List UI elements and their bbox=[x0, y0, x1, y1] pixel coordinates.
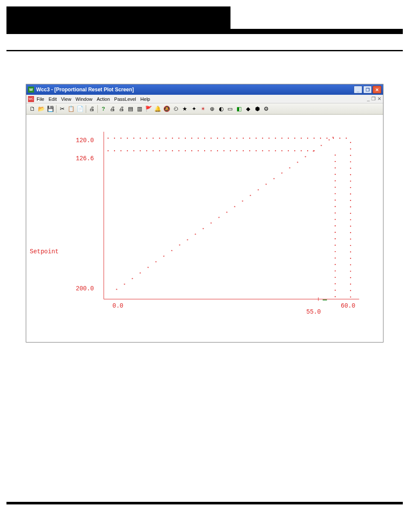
svg-point-50 bbox=[159, 150, 160, 151]
svg-point-121 bbox=[335, 290, 336, 291]
menu-help[interactable]: Help bbox=[140, 96, 150, 102]
cut-icon[interactable]: ✂ bbox=[58, 105, 66, 113]
svg-point-103 bbox=[335, 174, 336, 175]
page-header-rule bbox=[6, 29, 403, 34]
svg-point-104 bbox=[335, 180, 336, 181]
mdi-icon[interactable]: WC bbox=[28, 96, 34, 102]
svg-point-23 bbox=[230, 138, 231, 139]
print-icon[interactable]: 🖨 bbox=[87, 105, 96, 113]
save-icon[interactable]: 💾 bbox=[46, 105, 55, 113]
svg-point-41 bbox=[346, 138, 347, 139]
svg-point-12 bbox=[159, 138, 160, 139]
svg-point-19 bbox=[204, 138, 205, 139]
minimize-button[interactable]: _ bbox=[354, 86, 362, 93]
copy-icon[interactable]: 📋 bbox=[67, 105, 75, 113]
svg-point-102 bbox=[335, 168, 336, 168]
svg-point-108 bbox=[335, 206, 336, 207]
bell-off-icon[interactable]: 🔕 bbox=[162, 105, 171, 113]
svg-point-106 bbox=[335, 193, 336, 194]
svg-point-44 bbox=[121, 150, 121, 151]
menu-action[interactable]: Action bbox=[97, 96, 110, 102]
svg-point-62 bbox=[237, 150, 237, 151]
svg-point-72 bbox=[301, 150, 302, 151]
svg-point-105 bbox=[335, 187, 336, 187]
footer-rule bbox=[6, 502, 403, 504]
diamond-icon[interactable]: ◆ bbox=[244, 105, 252, 113]
svg-text:*: * bbox=[280, 172, 283, 177]
help-icon[interactable]: ? bbox=[99, 105, 108, 113]
svg-point-29 bbox=[268, 138, 269, 139]
svg-point-85 bbox=[350, 206, 351, 207]
mdi-restore-button[interactable]: ❐ bbox=[371, 96, 376, 102]
svg-point-75 bbox=[350, 142, 351, 143]
svg-text:*: * bbox=[249, 194, 252, 199]
toolbar-icon[interactable]: ▥ bbox=[135, 105, 144, 113]
mdi-close-button[interactable]: ✕ bbox=[377, 96, 381, 102]
page-divider bbox=[6, 50, 403, 51]
burst-icon[interactable]: ✴ bbox=[199, 105, 207, 113]
toolbar-icon[interactable]: 🖨 bbox=[108, 105, 117, 113]
timer-icon[interactable]: ⏲ bbox=[171, 105, 180, 113]
svg-text:*: * bbox=[123, 283, 126, 288]
rect-icon[interactable]: ▭ bbox=[226, 105, 234, 113]
svg-text:*: * bbox=[194, 233, 196, 238]
star-icon[interactable]: ★ bbox=[181, 105, 189, 113]
hex-icon[interactable]: ⬢ bbox=[253, 105, 262, 113]
svg-text:*: * bbox=[332, 136, 334, 141]
svg-point-64 bbox=[249, 150, 250, 151]
gear-icon[interactable]: ⚙ bbox=[262, 105, 271, 113]
svg-point-116 bbox=[335, 258, 336, 258]
app-window: W Wcc3 - [Proportional Reset Plot Screen… bbox=[26, 84, 383, 342]
plot-area: 120.0 126.6 200.0 Setpoint 0.0 55.0 60.0… bbox=[26, 115, 383, 342]
svg-point-40 bbox=[339, 138, 340, 139]
close-button[interactable]: ✕ bbox=[373, 86, 381, 93]
menu-file[interactable]: File bbox=[37, 96, 44, 102]
svg-point-36 bbox=[314, 138, 314, 139]
svg-point-54 bbox=[185, 150, 186, 151]
menu-view[interactable]: View bbox=[61, 96, 72, 102]
bell-icon[interactable]: 🔔 bbox=[153, 105, 162, 113]
svg-point-92 bbox=[350, 252, 351, 252]
toolbar-icon[interactable]: ▤ bbox=[126, 105, 135, 113]
maximize-button[interactable]: ❐ bbox=[363, 86, 372, 93]
svg-point-35 bbox=[307, 138, 308, 139]
svg-point-13 bbox=[165, 138, 166, 139]
svg-text:*: * bbox=[296, 161, 299, 166]
svg-text:*: * bbox=[162, 255, 165, 260]
contrast-icon[interactable]: ◐ bbox=[217, 105, 225, 113]
svg-point-122 bbox=[335, 296, 336, 297]
flag-icon[interactable]: 🚩 bbox=[144, 105, 153, 113]
menu-window[interactable]: Window bbox=[75, 96, 92, 102]
svg-point-30 bbox=[275, 138, 276, 139]
svg-point-119 bbox=[335, 277, 336, 278]
mdi-minimize-button[interactable]: _ bbox=[367, 96, 370, 102]
svg-point-15 bbox=[178, 138, 179, 139]
open-icon[interactable]: 📂 bbox=[37, 105, 46, 113]
svg-point-63 bbox=[243, 150, 243, 151]
svg-point-83 bbox=[350, 193, 351, 194]
svg-text:*: * bbox=[139, 272, 142, 277]
new-icon[interactable]: 🗋 bbox=[28, 105, 37, 113]
svg-point-99 bbox=[350, 296, 351, 297]
paste-icon[interactable]: 📄 bbox=[76, 105, 84, 113]
svg-point-46 bbox=[133, 150, 134, 151]
svg-point-21 bbox=[217, 138, 218, 139]
svg-point-52 bbox=[172, 150, 173, 151]
svg-point-100 bbox=[335, 155, 336, 156]
green-icon[interactable]: ◧ bbox=[235, 105, 243, 113]
svg-point-56 bbox=[198, 150, 199, 151]
svg-point-32 bbox=[288, 138, 289, 139]
svg-point-38 bbox=[327, 138, 327, 139]
svg-point-115 bbox=[335, 251, 336, 252]
page-header-block bbox=[6, 6, 230, 29]
menu-passlevel[interactable]: PassLevel bbox=[114, 96, 136, 102]
star2-icon[interactable]: ✦ bbox=[190, 105, 198, 113]
menu-edit[interactable]: Edit bbox=[49, 96, 57, 102]
svg-point-5 bbox=[114, 138, 115, 139]
svg-point-77 bbox=[350, 155, 351, 156]
svg-text:*: * bbox=[273, 177, 275, 182]
target-icon[interactable]: ⊕ bbox=[208, 105, 216, 113]
app-icon: W bbox=[28, 87, 34, 93]
toolbar-icon[interactable]: 🖨 bbox=[117, 105, 126, 113]
svg-point-88 bbox=[350, 226, 351, 227]
